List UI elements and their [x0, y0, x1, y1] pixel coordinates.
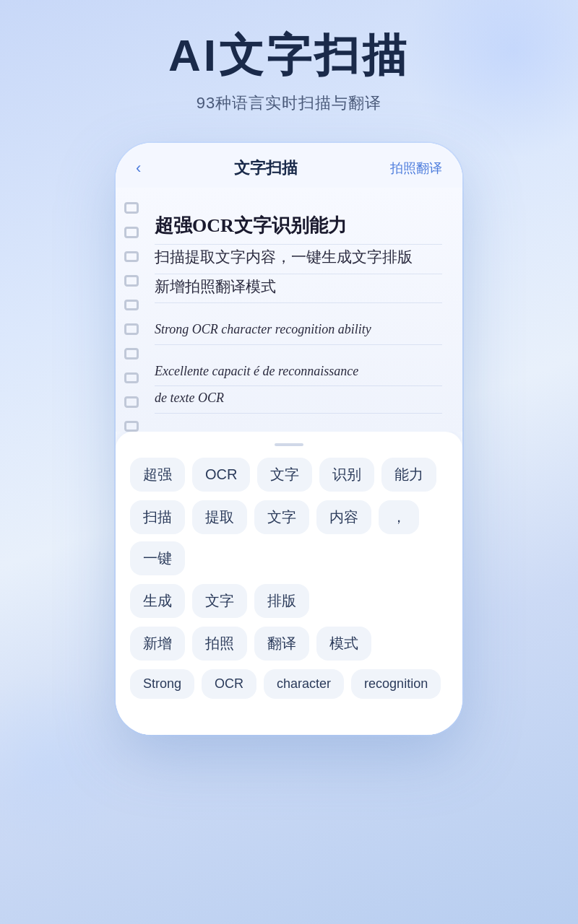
chip-超强[interactable]: 超强 [130, 458, 185, 492]
chip-新增[interactable]: 新增 [130, 627, 185, 661]
spiral-ring [124, 202, 139, 214]
chip-模式[interactable]: 模式 [316, 627, 371, 661]
chip-扫描[interactable]: 扫描 [130, 500, 185, 534]
panel-handle [275, 443, 303, 446]
notebook-content: 超强OCR文字识别能力 扫描提取文字内容，一键生成文字排版 新增拍照翻译模式 S… [116, 188, 462, 432]
bg-decoration-1 [405, 0, 578, 159]
notebook-line: de texte OCR [155, 386, 442, 413]
chip-row-5: Strong OCR character recognition [130, 669, 448, 699]
phone-topbar: ‹ 文字扫描 拍照翻译 [116, 143, 462, 188]
spiral-ring [124, 348, 139, 359]
spiral-ring [124, 300, 139, 311]
chip-comma[interactable]: ， [379, 500, 419, 534]
spiral-ring [124, 396, 139, 408]
chip-识别[interactable]: 识别 [319, 458, 374, 492]
notebook-area: 超强OCR文字识别能力 扫描提取文字内容，一键生成文字排版 新增拍照翻译模式 S… [116, 188, 462, 432]
text-block-zh: 超强OCR文字识别能力 扫描提取文字内容，一键生成文字排版 新增拍照翻译模式 [155, 202, 442, 309]
notebook-line: 超强OCR文字识别能力 [155, 211, 442, 245]
chip-能力[interactable]: 能力 [381, 458, 436, 492]
ocr-line-fr-1: Excellente capacit é de reconnaissance [155, 359, 358, 383]
chip-Strong[interactable]: Strong [130, 669, 194, 699]
chip-文字-1[interactable]: 文字 [257, 458, 312, 492]
chip-OCR-en[interactable]: OCR [202, 669, 256, 699]
ocr-line-en-1: Strong OCR character recognition ability [155, 318, 371, 341]
chip-排版[interactable]: 排版 [254, 584, 309, 618]
ocr-line-2: 扫描提取文字内容，一键生成文字排版 [155, 245, 413, 271]
chip-row-3: 生成 文字 排版 [130, 584, 448, 618]
phone-mockup: ‹ 文字扫描 拍照翻译 超强 [116, 143, 462, 735]
word-chips-container: 超强 OCR 文字 识别 能力 扫描 提取 文字 内容 ， 一键 生成 文字 [130, 458, 448, 699]
notebook-line: Strong OCR character recognition ability [155, 318, 442, 344]
chip-row-4: 新增 拍照 翻译 模式 [130, 627, 448, 661]
chip-一键[interactable]: 一键 [130, 541, 185, 575]
chip-recognition[interactable]: recognition [351, 669, 441, 699]
chip-拍照[interactable]: 拍照 [192, 627, 247, 661]
chip-提取[interactable]: 提取 [192, 500, 247, 534]
spiral-ring [124, 323, 139, 335]
chip-OCR-1[interactable]: OCR [192, 458, 250, 492]
spiral-binding [116, 188, 147, 432]
ocr-line-3: 新增拍照翻译模式 [155, 274, 276, 300]
spiral-ring [124, 251, 139, 263]
chip-character[interactable]: character [264, 669, 344, 699]
notebook-line: Excellente capacit é de reconnaissance [155, 359, 442, 386]
chip-文字-2[interactable]: 文字 [254, 500, 309, 534]
notebook-line: 新增拍照翻译模式 [155, 274, 442, 304]
chip-row-1: 超强 OCR 文字 识别 能力 [130, 458, 448, 492]
back-button[interactable]: ‹ [136, 159, 141, 178]
spiral-ring [124, 421, 139, 432]
spiral-ring [124, 372, 139, 384]
bottom-panel: 超强 OCR 文字 识别 能力 扫描 提取 文字 内容 ， 一键 生成 文字 [116, 432, 462, 735]
text-block-fr: Excellente capacit é de reconnaissance d… [155, 351, 442, 419]
screen-title: 文字扫描 [234, 157, 298, 179]
chip-row-2: 扫描 提取 文字 内容 ， 一键 [130, 500, 448, 575]
chip-内容[interactable]: 内容 [316, 500, 371, 534]
text-block-en: Strong OCR character recognition ability [155, 309, 442, 350]
chip-生成[interactable]: 生成 [130, 584, 185, 618]
ocr-line-1: 超强OCR文字识别能力 [155, 211, 347, 241]
chip-文字-3[interactable]: 文字 [192, 584, 247, 618]
notebook-line: 扫描提取文字内容，一键生成文字排版 [155, 245, 442, 274]
spiral-ring [124, 275, 139, 287]
spiral-ring [124, 227, 139, 238]
ocr-line-fr-2: de texte OCR [155, 386, 224, 409]
chip-翻译[interactable]: 翻译 [254, 627, 309, 661]
page-wrapper: AI文字扫描 93种语言实时扫描与翻译 ‹ 文字扫描 拍照翻译 [0, 0, 578, 924]
photo-translate-button[interactable]: 拍照翻译 [390, 160, 442, 177]
